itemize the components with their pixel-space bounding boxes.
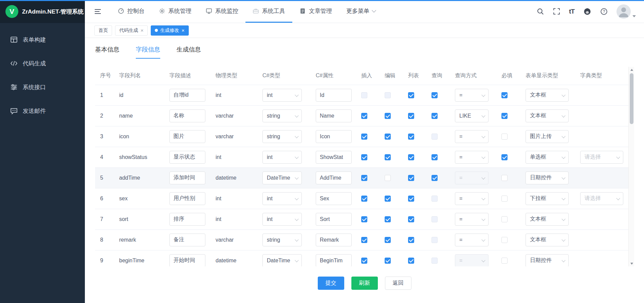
edit-checkbox[interactable] — [385, 196, 391, 202]
query-mode-select[interactable]: = — [455, 192, 489, 205]
csharp-property-input[interactable] — [316, 192, 352, 205]
nav-item-system-monitor[interactable]: 系统监控 — [199, 0, 245, 23]
required-checkbox[interactable] — [501, 113, 508, 119]
logo-bar[interactable]: V ZrAdmin.NET-管理系统 — [0, 0, 85, 23]
query-checkbox[interactable] — [431, 113, 438, 119]
fullscreen-icon[interactable] — [553, 8, 560, 15]
dict-type-select[interactable]: 请选择 — [580, 192, 623, 205]
back-button[interactable]: 返回 — [385, 277, 411, 290]
query-checkbox[interactable] — [431, 216, 438, 222]
query-mode-select[interactable]: = — [455, 89, 489, 102]
nav-item-article-manage[interactable]: 文章管理 — [292, 0, 339, 23]
display-type-select[interactable]: 日期控件 — [526, 254, 569, 267]
sidebar-item-send-mail[interactable]: 发送邮件 — [0, 99, 85, 123]
sidebar-item-code-generate[interactable]: 代码生成 — [0, 52, 85, 75]
list-checkbox[interactable] — [408, 258, 414, 264]
insert-checkbox[interactable] — [361, 175, 367, 181]
csharp-property-input[interactable] — [316, 109, 352, 122]
query-mode-select[interactable]: = — [455, 171, 489, 184]
insert-checkbox[interactable] — [361, 258, 367, 264]
display-type-select[interactable]: 图片上传 — [526, 130, 569, 143]
insert-checkbox[interactable] — [361, 113, 367, 119]
tag-code-generate[interactable]: 代码生成 × — [115, 25, 148, 36]
search-icon[interactable] — [537, 8, 544, 15]
query-mode-select[interactable]: LIKE — [455, 109, 489, 122]
required-checkbox[interactable] — [501, 237, 508, 243]
edit-checkbox[interactable] — [385, 175, 391, 181]
tag-generate-edit[interactable]: 生成修改 × — [151, 25, 189, 36]
csharp-property-input[interactable] — [316, 130, 352, 143]
description-input[interactable] — [169, 130, 205, 143]
list-checkbox[interactable] — [408, 134, 414, 140]
edit-checkbox[interactable] — [385, 154, 391, 160]
github-icon[interactable] — [583, 7, 591, 16]
csharp-property-input[interactable] — [316, 171, 352, 184]
query-mode-select[interactable]: = — [455, 234, 489, 246]
description-input[interactable] — [169, 109, 205, 122]
tab-field-info[interactable]: 字段信息 — [136, 45, 160, 59]
csharp-property-input[interactable] — [316, 89, 352, 102]
csharp-property-input[interactable] — [316, 254, 352, 267]
csharp-type-select[interactable]: int — [262, 89, 302, 102]
required-checkbox[interactable] — [501, 175, 508, 181]
nav-item-system-manage[interactable]: 系统管理 — [152, 0, 199, 23]
csharp-property-input[interactable] — [316, 151, 352, 164]
csharp-type-select[interactable]: int — [262, 192, 302, 205]
csharp-type-select[interactable]: DateTime — [262, 254, 302, 267]
font-size-icon[interactable]: tT — [569, 8, 574, 15]
nav-item-system-tools[interactable]: 系统工具 — [245, 0, 292, 23]
required-checkbox[interactable] — [501, 216, 508, 222]
csharp-type-select[interactable]: string — [262, 109, 302, 122]
description-input[interactable] — [169, 213, 205, 226]
insert-checkbox[interactable] — [361, 237, 367, 243]
list-checkbox[interactable] — [408, 237, 414, 243]
query-checkbox[interactable] — [431, 237, 438, 243]
hamburger-icon[interactable] — [94, 7, 102, 16]
description-input[interactable] — [169, 254, 205, 267]
scrollbar-thumb[interactable] — [630, 73, 633, 124]
tag-home[interactable]: 首页 — [94, 25, 112, 36]
vertical-scrollbar[interactable] — [628, 67, 634, 266]
display-type-select[interactable]: 文本框 — [526, 109, 569, 122]
query-checkbox[interactable] — [431, 154, 438, 160]
display-type-select[interactable]: 下拉框 — [526, 192, 569, 205]
insert-checkbox[interactable] — [361, 92, 367, 98]
csharp-property-input[interactable] — [316, 234, 352, 246]
csharp-type-select[interactable]: DateTime — [262, 171, 302, 184]
help-icon[interactable]: ? — [600, 8, 608, 15]
insert-checkbox[interactable] — [361, 196, 367, 202]
required-checkbox[interactable] — [501, 196, 508, 202]
list-checkbox[interactable] — [408, 113, 414, 119]
description-input[interactable] — [169, 171, 205, 184]
refresh-button[interactable]: 刷新 — [351, 277, 378, 290]
description-input[interactable] — [169, 89, 205, 102]
insert-checkbox[interactable] — [361, 216, 367, 222]
csharp-type-select[interactable]: int — [262, 213, 302, 226]
display-type-select[interactable]: 文本框 — [526, 89, 569, 102]
csharp-property-input[interactable] — [316, 213, 352, 226]
submit-button[interactable]: 提交 — [318, 277, 344, 290]
close-icon[interactable]: × — [141, 28, 144, 33]
tab-generate-info[interactable]: 生成信息 — [177, 45, 201, 59]
required-checkbox[interactable] — [501, 134, 508, 140]
display-type-select[interactable]: 单选框 — [526, 151, 569, 164]
list-checkbox[interactable] — [408, 154, 414, 160]
csharp-type-select[interactable]: string — [262, 234, 302, 246]
edit-checkbox[interactable] — [385, 237, 391, 243]
query-checkbox[interactable] — [431, 175, 438, 181]
list-checkbox[interactable] — [408, 92, 414, 98]
query-checkbox[interactable] — [431, 92, 438, 98]
display-type-select[interactable]: 日期控件 — [526, 171, 569, 184]
sidebar-item-api[interactable]: 系统接口 — [0, 75, 85, 99]
display-type-select[interactable]: 文本框 — [526, 234, 569, 246]
display-type-select[interactable]: 文本框 — [526, 213, 569, 226]
edit-checkbox[interactable] — [385, 216, 391, 222]
insert-checkbox[interactable] — [361, 154, 367, 160]
insert-checkbox[interactable] — [361, 134, 367, 140]
dict-type-select[interactable]: 请选择 — [580, 151, 623, 164]
description-input[interactable] — [169, 151, 205, 164]
csharp-type-select[interactable]: int — [262, 151, 302, 164]
query-mode-select[interactable]: = — [455, 254, 489, 267]
edit-checkbox[interactable] — [385, 92, 391, 98]
edit-checkbox[interactable] — [385, 258, 391, 264]
